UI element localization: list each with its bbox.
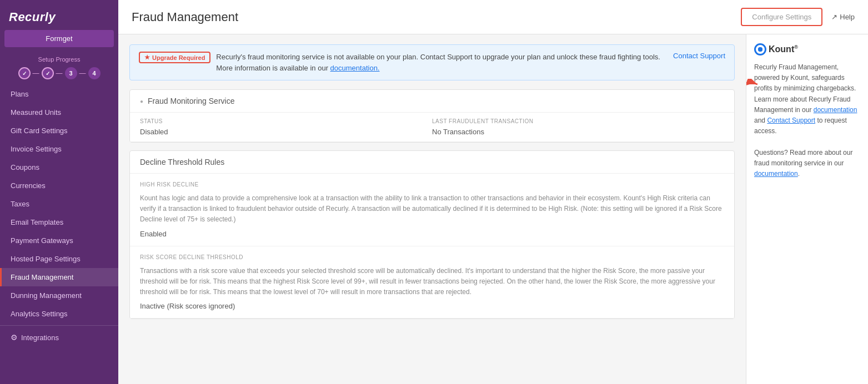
setup-progress-label: Setup Progress <box>0 53 118 65</box>
sidebar: Recurly Formget Setup Progress ✓ — ✓ — 3… <box>0 0 118 384</box>
high-risk-section: HIGH RISK DECLINE Kount has logic and da… <box>130 174 734 246</box>
sidebar-item-coupons[interactable]: Coupons <box>0 158 118 176</box>
step-dash-1: — <box>33 69 39 77</box>
kount-header: Kount® <box>754 43 860 55</box>
page-title: Fraud Management <box>132 10 238 24</box>
kount-description: Recurly Fraud Management, powered by Kou… <box>754 62 860 179</box>
sidebar-item-email-templates[interactable]: Email Templates <box>0 213 118 231</box>
step-1: ✓ <box>18 67 31 79</box>
alert-banner: ★ Upgrade Required Recurly's fraud monit… <box>129 44 735 80</box>
right-panel: Click here to configure the settings <box>746 34 868 384</box>
alert-doc-link[interactable]: documentation. <box>330 64 380 72</box>
kount-name: Kount® <box>769 44 798 54</box>
sidebar-item-invoice-settings[interactable]: Invoice Settings <box>0 140 118 158</box>
sidebar-item-integrations[interactable]: ⚙ Integrations <box>0 328 118 347</box>
sidebar-item-gift-card-settings[interactable]: Gift Card Settings <box>0 122 118 140</box>
help-link[interactable]: ↗ Help <box>831 13 855 21</box>
alert-text: Recurly's fraud monitoring service is no… <box>216 52 666 73</box>
kount-doc-link-1[interactable]: documentation <box>814 106 857 114</box>
header-actions: Configure Settings ↗ Help <box>741 8 855 26</box>
alert-left: ★ Upgrade Required Recurly's fraud monit… <box>139 52 666 73</box>
kount-logo: Kount® <box>754 43 798 55</box>
content-main: ★ Upgrade Required Recurly's fraud monit… <box>118 34 746 384</box>
sidebar-account[interactable]: Formget <box>4 30 114 47</box>
status-row: STATUS Disabled LAST FRAUDULENT TRANSACT… <box>130 113 734 142</box>
sidebar-logo: Recurly <box>0 0 118 30</box>
setup-steps: ✓ — ✓ — 3 — 4 <box>0 65 118 85</box>
fraud-monitoring-card: ● Fraud Monitoring Service STATUS Disabl… <box>129 89 735 143</box>
sidebar-item-hosted-page-settings[interactable]: Hosted Page Settings <box>0 250 118 268</box>
kount-doc-link-2[interactable]: documentation <box>754 170 798 178</box>
configure-settings-button[interactable]: Configure Settings <box>741 8 822 26</box>
last-fraud-col: LAST FRAUDULENT TRANSACTION No Transacti… <box>432 118 724 136</box>
star-icon: ★ <box>144 54 150 61</box>
step-3: 3 <box>65 67 77 79</box>
kount-c-icon <box>754 43 766 55</box>
circle-icon: ● <box>140 98 143 104</box>
sidebar-divider <box>0 325 118 326</box>
sidebar-item-analytics-settings[interactable]: Analytics Settings <box>0 305 118 323</box>
decline-rules-card: Decline Threshold Rules HIGH RISK DECLIN… <box>129 150 735 319</box>
main-area: Fraud Management Configure Settings ↗ He… <box>118 0 868 384</box>
fraud-monitoring-body: STATUS Disabled LAST FRAUDULENT TRANSACT… <box>130 113 734 142</box>
risk-score-section: RISK SCORE DECLINE THRESHOLD Transaction… <box>130 246 734 319</box>
sidebar-nav: Plans Measured Units Gift Card Settings … <box>0 85 118 384</box>
step-dash-2: — <box>56 69 63 77</box>
sidebar-item-plans[interactable]: Plans <box>0 85 118 103</box>
status-col: STATUS Disabled <box>140 118 432 136</box>
content-area: ★ Upgrade Required Recurly's fraud monit… <box>118 34 868 384</box>
fraud-monitoring-header: ● Fraud Monitoring Service <box>130 90 734 113</box>
decline-rules-header: Decline Threshold Rules <box>130 151 734 174</box>
step-2: ✓ <box>42 67 54 79</box>
plug-icon: ⚙ <box>11 333 18 342</box>
contact-support-link[interactable]: Contact Support <box>673 52 725 60</box>
sidebar-item-fraud-management[interactable]: Fraud Management <box>0 268 118 286</box>
sidebar-item-measured-units[interactable]: Measured Units <box>0 103 118 122</box>
sidebar-item-currencies[interactable]: Currencies <box>0 176 118 195</box>
header: Fraud Management Configure Settings ↗ He… <box>118 0 868 34</box>
sidebar-item-dunning-management[interactable]: Dunning Management <box>0 286 118 305</box>
external-link-icon: ↗ <box>831 13 837 21</box>
sidebar-item-taxes[interactable]: Taxes <box>0 195 118 213</box>
step-4: 4 <box>88 67 101 79</box>
step-dash-3: — <box>79 69 86 77</box>
kount-contact-link[interactable]: Contact Support <box>767 117 815 124</box>
sidebar-item-payment-gateways[interactable]: Payment Gateways <box>0 231 118 250</box>
upgrade-badge: ★ Upgrade Required <box>139 52 210 63</box>
